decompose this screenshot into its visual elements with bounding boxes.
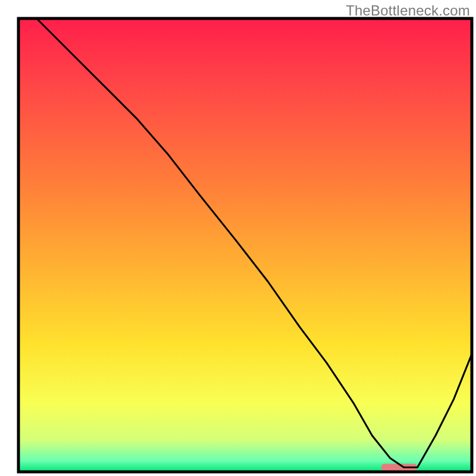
chart-frame: TheBottleneck.com xyxy=(0,0,476,476)
bottleneck-chart xyxy=(0,0,476,476)
plot-background xyxy=(18,18,472,472)
